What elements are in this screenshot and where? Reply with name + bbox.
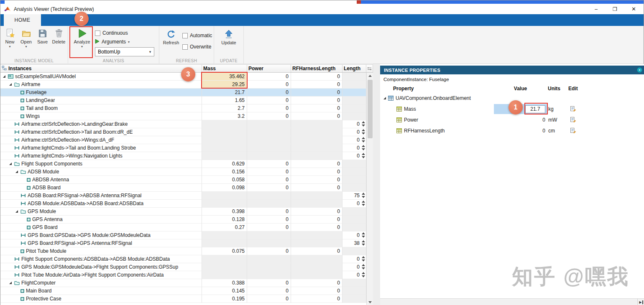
property-row[interactable]: Power0mW (380, 114, 644, 125)
rfharnesslength-cell[interactable]: 0 (291, 247, 342, 255)
property-row[interactable]: RFHarnessLength0cm (380, 125, 644, 136)
update-button[interactable]: Update (218, 28, 240, 46)
instance-row[interactable]: GPS Board:GPSData->GPS Module:GPSModeule… (0, 231, 366, 239)
property-row[interactable]: Mass21.7kg (380, 104, 644, 114)
power-cell[interactable]: 0 (247, 89, 291, 97)
length-cell[interactable]: 38 (342, 239, 366, 247)
instance-row[interactable]: Tail and Boom2.700 (0, 104, 366, 112)
open-button[interactable]: Open ▾ (18, 28, 34, 48)
edit-document-icon[interactable] (570, 106, 576, 113)
mass-cell[interactable]: 3.2 (202, 112, 247, 120)
mass-cell[interactable]: 0.629 (202, 160, 247, 168)
minimize-button[interactable]: – (587, 4, 606, 14)
overwrite-checkbox[interactable]: Overwrite (182, 43, 212, 51)
length-cell[interactable]: 0 (342, 231, 366, 239)
instance-row[interactable]: Flight Support Components0.62900 (0, 160, 366, 168)
power-cell[interactable]: 0 (247, 160, 291, 168)
property-row[interactable]: UAVComponent.OnboardElement (380, 93, 644, 104)
analyze-button[interactable]: Analyze ▾ (72, 28, 92, 48)
power-cell[interactable]: 0 (247, 97, 291, 104)
gear-icon[interactable] (637, 67, 642, 73)
rfharnesslength-cell[interactable]: 0 (291, 81, 342, 89)
scroll-up-icon[interactable] (367, 73, 373, 79)
arguments-dropdown[interactable]: Arguments ▾ (95, 38, 154, 46)
scroll-down-icon[interactable] (367, 299, 373, 305)
power-cell[interactable]: 0 (247, 184, 291, 192)
power-cell[interactable]: 0 (247, 287, 291, 295)
mass-cell[interactable]: 21.7 (202, 89, 247, 97)
expand-caret-icon[interactable] (8, 82, 13, 87)
rfharnesslength-cell[interactable]: 0 (291, 160, 342, 168)
length-spinner-icon[interactable] (361, 272, 365, 277)
mass-cell[interactable]: 0.098 (202, 184, 247, 192)
instance-row[interactable]: LandingGear1.6500 (0, 97, 366, 104)
instance-row[interactable]: FlightComputer0.38800 (0, 279, 366, 287)
continuous-checkbox[interactable]: Continuous (95, 29, 154, 37)
rfharnesslength-cell[interactable]: 0 (291, 168, 342, 176)
length-cell[interactable]: 0 (342, 128, 366, 136)
instance-row[interactable]: scExampleSmallUAVModel35.46200 (0, 73, 366, 81)
length-spinner-icon[interactable] (361, 240, 365, 246)
instance-row[interactable]: ADSB Board0.09800 (0, 184, 366, 192)
expand-caret-icon[interactable] (2, 74, 7, 79)
automatic-checkbox[interactable]: Automatic (182, 32, 212, 39)
instance-row[interactable]: Protective Case0.19500 (0, 295, 366, 303)
new-button[interactable]: New ▾ (2, 28, 18, 48)
instance-row[interactable]: GPS Module0.39800 (0, 208, 366, 216)
length-cell[interactable]: 75 (342, 192, 366, 200)
refresh-button[interactable]: Refresh (161, 28, 181, 46)
power-cell[interactable]: 0 (247, 104, 291, 112)
rfharnesslength-cell[interactable]: 0 (291, 208, 342, 216)
column-options-icon[interactable] (366, 65, 373, 72)
edit-cell[interactable] (566, 117, 586, 124)
length-cell[interactable]: 0 (342, 263, 366, 271)
rfharnesslength-cell[interactable]: 0 (291, 184, 342, 192)
mass-cell[interactable]: 0.27 (202, 224, 247, 231)
expand-caret-icon[interactable] (383, 96, 388, 101)
horizontal-scrollbar[interactable]: ▶ (380, 298, 644, 305)
length-spinner-icon[interactable] (361, 129, 365, 135)
mass-cell[interactable]: 0.145 (202, 287, 247, 295)
length-cell[interactable]: 0 (342, 152, 366, 160)
instance-row[interactable]: Fuselage21.700 (0, 89, 366, 97)
mass-cell[interactable]: 0.075 (202, 247, 247, 255)
instance-row[interactable]: ADSB Board:RFSignal->ABDSB Antenna:RFSig… (0, 192, 366, 200)
mass-cell[interactable]: 2.7 (202, 104, 247, 112)
expand-caret-icon[interactable] (8, 280, 13, 285)
instance-row[interactable]: GPS Board0.2700 (0, 224, 366, 231)
instance-row[interactable]: Wings3.200 (0, 112, 366, 120)
power-cell[interactable]: 0 (247, 176, 291, 184)
expand-caret-icon[interactable] (15, 209, 20, 214)
analysis-mode-select[interactable]: BottomUp ▾ (95, 47, 154, 56)
mass-cell[interactable]: 0.156 (202, 168, 247, 176)
length-spinner-icon[interactable] (361, 193, 365, 198)
property-value-cell[interactable]: 21.7 (494, 104, 547, 114)
length-spinner-icon[interactable] (361, 137, 365, 142)
rfharnesslength-cell[interactable]: 0 (291, 216, 342, 224)
power-cell[interactable]: 0 (247, 216, 291, 224)
rfharnesslength-cell[interactable]: 0 (291, 73, 342, 81)
mass-cell[interactable]: 0.128 (202, 216, 247, 224)
scrollbar-thumb[interactable] (368, 80, 373, 138)
instance-row[interactable]: Pitot Tube Module:AirData->Flight Suppor… (0, 271, 366, 279)
tab-home[interactable]: HOME (4, 14, 41, 26)
edit-document-icon[interactable] (570, 117, 576, 124)
length-spinner-icon[interactable] (361, 264, 365, 269)
rfharnesslength-cell[interactable]: 0 (291, 295, 342, 303)
scroll-right-button[interactable]: ▶ (637, 299, 644, 305)
expand-caret-icon[interactable] (8, 161, 13, 166)
length-cell[interactable]: 0 (342, 271, 366, 279)
rfharnesslength-cell[interactable]: 0 (291, 97, 342, 104)
power-cell[interactable]: 0 (247, 224, 291, 231)
power-cell[interactable]: 0 (247, 295, 291, 303)
power-cell[interactable]: 0 (247, 112, 291, 120)
length-cell[interactable]: 0 (342, 136, 366, 144)
instance-row[interactable]: Airframe:lightCmds->Wings:Navigation Lig… (0, 152, 366, 160)
instance-row[interactable]: Airframe:ctrlSrfcDeflection->Wings:dA_dF… (0, 136, 366, 144)
save-button[interactable]: Save (34, 28, 51, 48)
rfharnesslength-cell[interactable]: 0 (291, 176, 342, 184)
length-spinner-icon[interactable] (361, 201, 365, 206)
power-cell[interactable]: 0 (247, 279, 291, 287)
instance-row[interactable]: ABDSB Antenna0.05800 (0, 176, 366, 184)
mass-cell[interactable]: 35.462 (202, 73, 247, 81)
